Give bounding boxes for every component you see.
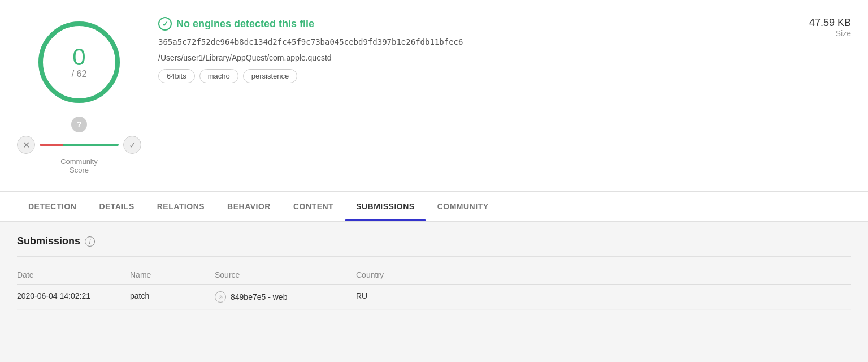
bar-red — [40, 144, 63, 146]
row-country: RU — [356, 291, 469, 303]
file-path: /Users/user1/Library/AppQuest/com.apple.… — [158, 53, 778, 62]
score-track — [40, 144, 119, 146]
row-name: patch — [130, 291, 215, 303]
tab-behavior[interactable]: BEHAVIOR — [216, 192, 282, 221]
like-button[interactable]: ✓ — [123, 136, 141, 154]
submissions-title: Submissions i — [17, 235, 851, 247]
tab-details[interactable]: DETAILS — [88, 192, 145, 221]
top-section: 0 / 62 ? ✕ ✓ CommunityScore ✓ No engines… — [0, 0, 868, 192]
col-date: Date — [17, 270, 130, 279]
file-tags: 64bits macho persistence — [158, 69, 778, 83]
score-panel: 0 / 62 ? ✕ ✓ CommunityScore — [17, 17, 141, 174]
file-size-label: Size — [836, 29, 851, 38]
row-date: 2020-06-04 14:02:21 — [17, 291, 130, 303]
community-score-bar: ✕ ✓ — [17, 136, 141, 154]
check-icon: ✓ — [158, 17, 172, 31]
divider — [17, 256, 851, 257]
question-icon: ? — [71, 117, 87, 132]
tab-submissions[interactable]: SUBMISSIONS — [345, 192, 426, 221]
community-score-area: ? ✕ ✓ CommunityScore — [17, 117, 141, 174]
tabs-bar: DETECTION DETAILS RELATIONS BEHAVIOR CON… — [0, 192, 868, 222]
tab-relations[interactable]: RELATIONS — [146, 192, 216, 221]
tab-content[interactable]: CONTENT — [282, 192, 345, 221]
detection-status: ✓ No engines detected this file — [158, 17, 778, 31]
community-score-label: CommunityScore — [60, 157, 98, 174]
score-total: / 62 — [72, 69, 87, 79]
file-size-value: 47.59 KB — [809, 17, 851, 29]
col-source: Source — [215, 270, 356, 279]
file-size-panel: 47.59 KB Size — [795, 17, 851, 38]
detection-status-text: No engines detected this file — [176, 18, 314, 30]
dislike-button[interactable]: ✕ — [17, 136, 35, 154]
tag-persistence: persistence — [243, 69, 297, 83]
bar-green — [63, 144, 119, 146]
content-area: Submissions i Date Name Source Country 2… — [0, 222, 868, 324]
row-source: ⊘ 849be7e5 - web — [215, 291, 356, 303]
info-icon[interactable]: i — [85, 236, 95, 247]
score-value: 0 — [72, 45, 87, 69]
tab-detection[interactable]: DETECTION — [17, 192, 88, 221]
tab-community[interactable]: COMMUNITY — [426, 192, 500, 221]
file-info: ✓ No engines detected this file 365a5c72… — [158, 17, 778, 83]
source-web-icon: ⊘ — [215, 291, 226, 303]
col-name: Name — [130, 270, 215, 279]
col-country: Country — [356, 270, 469, 279]
detection-score-circle: 0 / 62 — [34, 17, 124, 107]
tag-64bits: 64bits — [158, 69, 195, 83]
table-header: Date Name Source Country — [17, 266, 851, 285]
tag-macho: macho — [199, 69, 238, 83]
file-hash: 365a5c72f52de964b8dc134d2fc45f9c73ba045c… — [158, 37, 778, 46]
table-row: 2020-06-04 14:02:21 patch ⊘ 849be7e5 - w… — [17, 285, 851, 310]
